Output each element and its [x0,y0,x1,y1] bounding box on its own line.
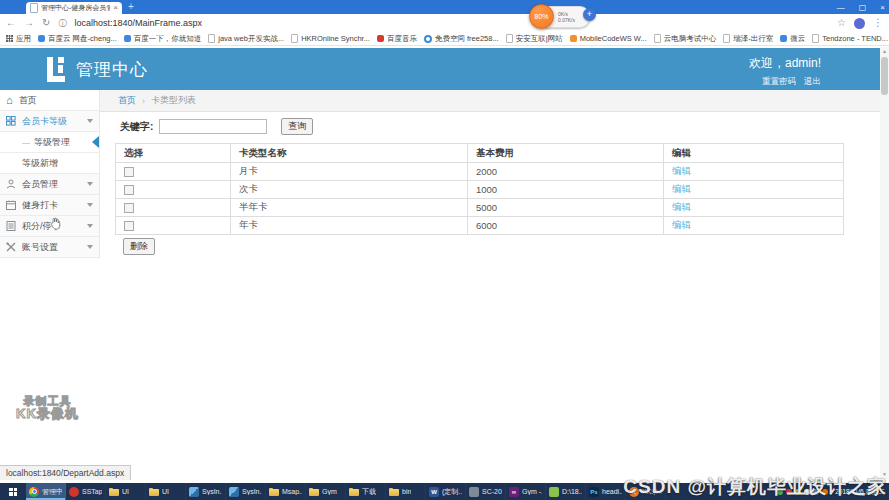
sidebar-item-level-manage[interactable]: — 等级管理 [0,132,100,153]
tab-close-icon[interactable]: × [113,4,118,12]
word-icon: W [429,487,439,497]
taskbar-item-word[interactable]: W(定制... [426,483,466,500]
chevron-down-icon [87,182,93,186]
sidebar-group-card-level[interactable]: 会员卡等级 [0,111,100,132]
taskbar-item-sysin[interactable]: SysIn... [226,483,266,500]
vertical-scrollbar[interactable]: ▲ ▼ [880,47,889,479]
bookmark-item[interactable]: HKROnline Synchr... [291,34,370,43]
reload-icon[interactable]: ↻ [42,18,50,28]
sidebar-group-account[interactable]: 账号设置 [0,237,100,258]
scrollbar-thumb[interactable] [881,57,888,95]
bookmark-item[interactable]: 百度一下，你就知道 [124,34,202,44]
main-content: 关键字: 查询 选择 卡类型名称 基本费用 编辑 月卡 2000 编辑 次卡 1… [100,112,881,472]
bookmark-item[interactable]: 瑞泽-出行室 [723,34,773,44]
widget-plus-icon[interactable]: + [583,8,596,21]
chrome-icon [29,487,39,497]
col-edit: 编辑 [664,144,844,163]
welcome-text: 欢迎，admin! [749,55,821,72]
delete-button[interactable]: 删除 [123,238,155,255]
progress-ball[interactable]: 80% [529,4,554,29]
taskbar-item-notepad[interactable]: D:\18... [546,483,586,500]
row-checkbox[interactable] [124,221,134,231]
sidebar-group-member-manage[interactable]: 会员管理 [0,174,100,195]
visual-studio-icon: ∞ [509,487,519,497]
scroll-up-icon[interactable]: ▲ [880,47,889,56]
edit-link[interactable]: 编辑 [672,219,691,230]
edit-link[interactable]: 编辑 [672,183,691,194]
browser-tab[interactable]: 管理中心-健身房会员管理系统 × [26,2,122,14]
keyword-input[interactable] [159,119,267,134]
page-icon [291,34,298,43]
taskbar-item-folder[interactable]: Gym [306,483,346,500]
bookmark-item[interactable]: 百度云 网盘-cheng... [38,34,117,44]
list-icon [6,221,16,231]
computer-icon [469,487,479,497]
cube-icon [229,487,239,497]
edit-link[interactable]: 编辑 [672,165,691,176]
breadcrumb-separator: › [142,96,145,106]
folder-icon [309,487,319,497]
taskbar-item-photoshop[interactable]: Psheadi... [586,483,626,500]
breadcrumb-home-link[interactable]: 首页 [118,94,136,107]
sidebar-item-home[interactable]: ⌂ 首页 [0,90,100,111]
taskbar-item-sysin[interactable]: SysIn... [186,483,226,500]
bookmark-item[interactable]: Tendzone - TEND... [812,34,888,43]
taskbar-item-sstap[interactable]: SSTap... [66,483,106,500]
taskbar-item-sc[interactable]: SC-20... [466,483,506,500]
reset-password-link[interactable]: 重置密码 [762,76,796,88]
folder-icon [109,487,119,497]
table-row: 月卡 2000 编辑 [116,163,844,181]
window-minimize-button[interactable]: — [837,3,845,12]
row-checkbox[interactable] [124,203,134,213]
taskbar-item-folder[interactable]: bin [386,483,426,500]
profile-avatar[interactable] [854,18,865,29]
row-checkbox[interactable] [124,185,134,195]
bookmark-item[interactable]: 百度音乐 [377,34,417,44]
active-marker-icon [92,136,99,148]
sidebar-item-level-add[interactable]: 等级新增 [0,153,100,174]
taskbar-item-visualstudio[interactable]: ∞Gym -... [506,483,546,500]
app-header: 管理中心 欢迎，admin! 重置密码 退出 [0,48,889,90]
taskbar-item-folder[interactable]: UI [106,483,146,500]
window-close-button[interactable]: × [880,3,885,12]
notepad-icon [549,487,559,497]
taskbar-item-folder[interactable]: 下载 [346,483,386,500]
folder-icon [349,487,359,497]
app-logo-icon [46,56,72,83]
forward-icon[interactable]: → [24,18,34,28]
bookmark-item[interactable]: 安安互联|网站 [506,34,563,44]
taskbar-item-chrome[interactable]: 管理中... [26,483,66,500]
start-button[interactable] [0,483,26,500]
new-tab-button[interactable]: + [128,2,134,12]
card-fee: 5000 [468,199,664,217]
bookmark-apps[interactable]: 应用 [6,34,31,44]
row-checkbox[interactable] [124,167,134,177]
url-field[interactable]: localhost:1840/MainFrame.aspx [74,18,829,28]
logout-link[interactable]: 退出 [804,76,821,88]
bookmark-item[interactable]: java web开发实战... [208,34,284,44]
baidu-cloud-icon [38,35,45,42]
breadcrumb-current: 卡类型列表 [151,94,196,107]
bookmark-item[interactable]: MobileCodeWS W... [570,34,647,43]
site-info-icon[interactable]: ⓘ [58,18,66,29]
back-icon[interactable]: ← [6,18,16,28]
bookmark-item[interactable]: 微云 [780,34,805,44]
bookmark-item[interactable]: 云电脑考试中心 [654,34,717,44]
browser-menu-icon[interactable]: ⋮ [873,18,883,28]
bookmark-item[interactable]: 免费空间 free258... [424,34,499,44]
window-maximize-button[interactable]: ▢ [859,3,867,12]
query-button[interactable]: 查询 [281,118,313,135]
download-speed: 0.07K/s [558,17,575,23]
bookmark-star-icon[interactable]: ☆ [837,18,846,28]
tab-title: 管理中心-健身房会员管理系统 [41,3,110,13]
browser-titlebar: 管理中心-健身房会员管理系统 × + — ▢ × [0,0,889,14]
floating-widget[interactable]: 0K/s 0.07K/s 80% + [531,5,590,29]
baidu-music-icon [377,35,384,42]
mobilecode-icon [570,35,577,42]
page-title: 管理中心 [76,58,148,81]
edit-link[interactable]: 编辑 [672,201,691,212]
sidebar-group-checkin[interactable]: 健身打卡 [0,195,100,216]
taskbar-item-folder[interactable]: Msap... [266,483,306,500]
taskbar-item-folder[interactable]: UI [146,483,186,500]
user-icon [6,179,16,189]
